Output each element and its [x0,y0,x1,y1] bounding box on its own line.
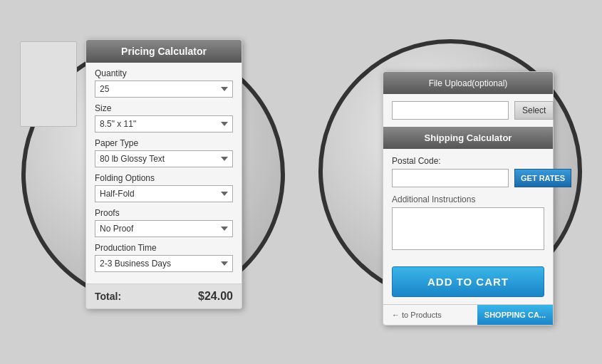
production-time-select[interactable]: 2-3 Business Days 4-5 Business Days 7-10… [95,255,233,272]
postal-code-label: Postal Code: [392,156,544,166]
proofs-select[interactable]: No Proof Digital Proof Hard Copy Proof [95,220,233,237]
postal-code-input[interactable] [392,169,509,187]
back-arrow-icon: ← [392,311,402,319]
paper-type-select[interactable]: 80 lb Glossy Text 60 lb Uncoated 100 lb … [95,150,233,167]
file-upload-title: File Upload [429,78,472,88]
proofs-label: Proofs [95,208,233,218]
pricing-calculator-body: Quantity 25 10 50 100 250 500 Size 8.5" … [86,63,242,284]
size-select[interactable]: 8.5" x 11" 5.5" x 8.5" 4" x 6" [95,115,233,132]
quantity-field-group: Quantity 25 10 50 100 250 500 [95,68,233,98]
pricing-footer: Total: $24.00 [86,284,242,308]
size-field-group: Size 8.5" x 11" 5.5" x 8.5" 4" x 6" [95,103,233,132]
quantity-label: Quantity [95,68,233,78]
folding-label: Folding Options [95,173,233,183]
right-panel: File Upload(optional) Select Shipping Ca… [383,71,554,326]
select-file-button[interactable]: Select [514,101,554,120]
upload-optional-text: (optional) [472,78,507,88]
additional-instructions-label: Additional Instructions [392,194,544,204]
paper-type-field-group: Paper Type 80 lb Glossy Text 60 lb Uncoa… [95,138,233,167]
quantity-select[interactable]: 25 10 50 100 250 500 [95,80,233,98]
size-label: Size [95,103,233,113]
file-upload-input[interactable] [392,101,509,120]
shipping-body: Postal Code: GET RATES Additional Instru… [383,149,553,259]
pricing-calculator-panel: Pricing Calculator Quantity 25 10 50 100… [85,39,242,309]
folding-field-group: Folding Options Half-Fold No Fold Tri-Fo… [95,173,233,202]
pricing-calculator-header: Pricing Calculator [86,40,242,63]
panel-footer: ← to Products SHOPPING CA... [383,304,553,325]
paper-type-label: Paper Type [95,138,233,148]
postal-row: GET RATES [392,169,544,187]
folding-select[interactable]: Half-Fold No Fold Tri-Fold Z-Fold [95,185,233,202]
get-rates-button[interactable]: GET RATES [514,169,571,187]
shipping-calculator-title: Shipping Calculator [425,132,512,143]
proofs-field-group: Proofs No Proof Digital Proof Hard Copy … [95,208,233,237]
shopping-cart-button[interactable]: SHOPPING CA... [477,305,553,325]
additional-instructions-textarea[interactable] [392,207,544,250]
pricing-calculator-title: Pricing Calculator [121,46,207,57]
back-to-products-text: to Products [402,311,442,319]
back-to-products-link[interactable]: ← to Products [383,305,477,325]
file-upload-header: File Upload(optional) [383,72,553,94]
total-label: Total: [95,291,121,302]
left-partial-panel [20,41,77,127]
production-time-label: Production Time [95,243,233,253]
production-time-field-group: Production Time 2-3 Business Days 4-5 Bu… [95,243,233,272]
file-upload-body: Select [383,94,553,127]
postal-code-group: Postal Code: GET RATES [392,156,544,187]
add-to-cart-button[interactable]: ADD TO CART [392,266,544,297]
total-value: $24.00 [198,290,233,303]
shipping-calculator-header: Shipping Calculator [383,127,553,149]
